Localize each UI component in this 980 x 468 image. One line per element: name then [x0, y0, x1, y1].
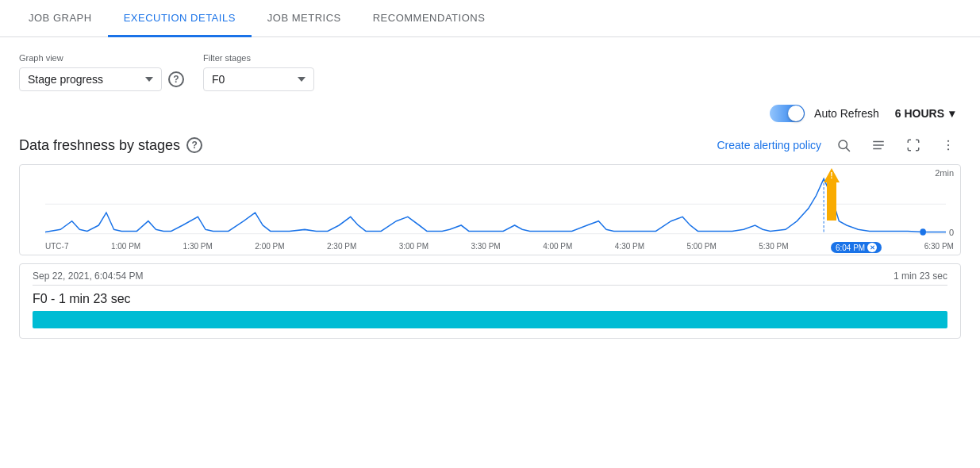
stage-row: F0 - 1 min 23 sec	[33, 292, 947, 328]
graph-view-label: Graph view	[19, 53, 184, 63]
tab-job-graph[interactable]: JOB GRAPH	[13, 1, 108, 37]
svg-rect-2	[873, 141, 884, 143]
x-label-1pm: 1:00 PM	[111, 242, 140, 253]
svg-rect-4	[873, 148, 882, 150]
chart-y-zero-label: 0	[949, 228, 954, 237]
graph-view-chevron-icon	[145, 77, 153, 82]
more-options-icon[interactable]	[936, 132, 961, 158]
filter-stages-value: F0	[212, 73, 291, 86]
x-label-5pm: 5:00 PM	[687, 242, 717, 253]
svg-point-7	[947, 148, 949, 150]
x-label-430pm: 4:30 PM	[615, 242, 644, 253]
detail-header: Sep 22, 2021, 6:04:54 PM 1 min 23 sec	[33, 270, 947, 286]
fullscreen-icon[interactable]	[901, 132, 926, 158]
auto-refresh-row: Auto Refresh 6 HOURS ▾	[0, 104, 980, 132]
filter-stages-group: Filter stages F0	[203, 53, 314, 91]
tab-bar: JOB GRAPH EXECUTION DETAILS JOB METRICS …	[0, 0, 980, 37]
stage-label: F0 - 1 min 23 sec	[33, 292, 947, 306]
svg-line-1	[846, 148, 849, 151]
x-label-230pm: 2:30 PM	[327, 242, 356, 253]
x-label-530pm: 5:30 PM	[759, 242, 788, 253]
legend-icon[interactable]	[866, 132, 891, 158]
toggle-knob	[788, 105, 804, 121]
x-label-3pm: 3:00 PM	[399, 242, 429, 253]
x-label-630pm: 6:30 PM	[924, 242, 954, 253]
x-label-330pm: 3:30 PM	[471, 242, 500, 253]
tab-execution-details[interactable]: EXECUTION DETAILS	[108, 1, 252, 37]
graph-view-select[interactable]: Stage progress	[19, 67, 162, 91]
svg-rect-3	[873, 144, 884, 146]
detail-duration: 1 min 23 sec	[894, 270, 947, 282]
chart-line-graph	[45, 175, 946, 238]
auto-refresh-toggle[interactable]	[770, 105, 805, 122]
chart-actions: Create alerting policy	[717, 132, 961, 158]
auto-refresh-label: Auto Refresh	[814, 107, 879, 120]
stage-bar	[33, 311, 947, 328]
graph-view-group: Graph view Stage progress ?	[19, 53, 184, 91]
create-alerting-link[interactable]: Create alerting policy	[717, 139, 821, 152]
hours-selector[interactable]: 6 HOURS ▾	[889, 104, 961, 123]
detail-timestamp: Sep 22, 2021, 6:04:54 PM	[33, 270, 143, 282]
graph-view-value: Stage progress	[28, 73, 139, 86]
chart-y-max-label: 2min	[935, 168, 954, 178]
svg-point-5	[947, 140, 949, 142]
x-label-utc: UTC-7	[45, 242, 68, 253]
chart-help-icon[interactable]: ?	[186, 137, 202, 153]
filter-stages-select[interactable]: F0	[203, 67, 314, 91]
chart-section: Data freshness by stages ? Create alerti…	[0, 132, 980, 255]
x-label-close-icon[interactable]: ✕	[867, 243, 877, 252]
x-label-4pm: 4:00 PM	[543, 242, 572, 253]
tab-recommendations[interactable]: RECOMMENDATIONS	[357, 1, 502, 37]
svg-point-10	[920, 228, 926, 236]
tab-job-metrics[interactable]: JOB METRICS	[252, 1, 357, 37]
svg-point-6	[947, 144, 949, 146]
filter-stages-label: Filter stages	[203, 53, 314, 63]
chart-header: Data freshness by stages ? Create alerti…	[19, 132, 961, 158]
controls-row: Graph view Stage progress ? Filter stage…	[0, 37, 980, 104]
x-label-604pm-badge[interactable]: 6:04 PM ✕	[831, 242, 882, 253]
hours-chevron-icon: ▾	[949, 107, 955, 120]
chart-title: Data freshness by stages	[19, 137, 180, 154]
x-axis-labels: UTC-7 1:00 PM 1:30 PM 2:00 PM 2:30 PM 3:…	[20, 241, 960, 255]
chart-title-group: Data freshness by stages ?	[19, 137, 202, 154]
chart-container[interactable]: 2min 0 ! UTC-7 1:00 PM	[19, 164, 961, 255]
filter-stages-chevron-icon	[298, 77, 306, 82]
hours-value: 6 HOURS	[895, 107, 944, 120]
x-label-130pm: 1:30 PM	[183, 242, 213, 253]
detail-section: Sep 22, 2021, 6:04:54 PM 1 min 23 sec F0…	[19, 263, 961, 339]
search-icon[interactable]	[831, 132, 856, 158]
x-label-604pm-text: 6:04 PM	[836, 244, 865, 252]
x-label-2pm: 2:00 PM	[255, 242, 284, 253]
graph-view-help-icon[interactable]: ?	[168, 71, 184, 87]
